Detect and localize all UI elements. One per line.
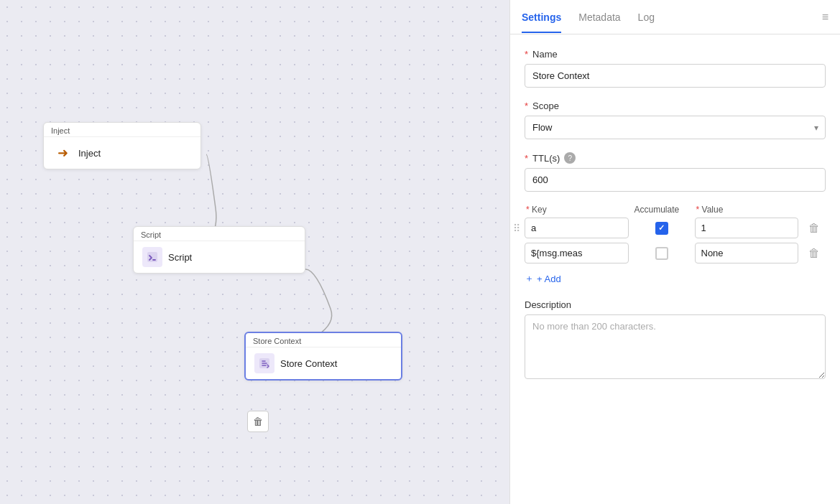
inject-node[interactable]: Inject ➜ Inject <box>43 122 201 169</box>
description-label: Description <box>525 299 826 310</box>
accumulate-col-header: Accumulate <box>633 205 691 215</box>
add-row-button[interactable]: ＋ + Add <box>525 271 561 286</box>
key-input-1[interactable] <box>525 218 629 238</box>
trash-icon: 🗑 <box>253 416 263 427</box>
inject-node-label: Inject <box>78 148 101 159</box>
store-context-node[interactable]: Store Context Store Context <box>244 332 402 381</box>
tab-metadata[interactable]: Metadata <box>578 1 620 33</box>
flow-canvas[interactable]: Inject ➜ Inject Script Script Store Cont… <box>0 0 509 504</box>
kv-row: ⠿ ✓ 🗑 <box>525 218 826 238</box>
scope-field-group: * Scope Flow Global Node ▾ <box>525 101 826 139</box>
tab-settings[interactable]: Settings <box>522 1 561 33</box>
ttl-label: * TTL(s) ? <box>525 152 826 164</box>
settings-panel: Settings Metadata Log ≡ * Name * Scope F… <box>509 0 840 504</box>
delete-row-2-button[interactable]: 🗑 <box>803 247 826 260</box>
check-icon: ✓ <box>658 223 665 233</box>
store-context-node-label: Store Context <box>280 358 338 369</box>
kv-row: 🗑 <box>525 243 826 263</box>
svg-rect-0 <box>147 252 157 262</box>
scope-select[interactable]: Flow Global Node <box>525 116 826 139</box>
value-input-2[interactable] <box>695 243 799 263</box>
scope-label: * Scope <box>525 101 826 111</box>
plus-icon: ＋ <box>525 272 534 285</box>
ttl-required-star: * <box>525 153 528 164</box>
name-label: * Name <box>525 49 826 60</box>
ttl-field-group: * TTL(s) ? <box>525 152 826 192</box>
panel-content: * Name * Scope Flow Global Node ▾ <box>510 34 840 504</box>
delete-node-button[interactable]: 🗑 <box>247 411 269 432</box>
description-field-group: Description <box>525 299 826 381</box>
script-icon <box>142 247 162 267</box>
script-node-label: Script <box>168 252 192 263</box>
name-input[interactable] <box>525 64 826 88</box>
ttl-help-icon[interactable]: ? <box>564 152 576 164</box>
panel-menu-icon[interactable]: ≡ <box>822 11 829 24</box>
accumulate-cell-2 <box>633 247 691 260</box>
inject-node-header: Inject <box>44 123 200 137</box>
tab-bar: Settings Metadata Log ≡ <box>510 0 840 34</box>
inject-icon: ➜ <box>52 143 73 163</box>
accumulate-checkbox-2[interactable] <box>655 247 668 260</box>
drag-handle-icon[interactable]: ⠿ <box>513 223 520 234</box>
name-field-group: * Name <box>525 49 826 88</box>
store-context-node-header: Store Context <box>246 333 401 347</box>
store-context-icon <box>254 353 274 373</box>
scope-select-wrap: Flow Global Node ▾ <box>525 116 826 139</box>
value-input-1[interactable] <box>695 218 799 238</box>
tab-log[interactable]: Log <box>638 1 655 33</box>
accumulate-checkbox-1[interactable]: ✓ <box>655 222 668 235</box>
accumulate-cell-1: ✓ <box>633 222 691 235</box>
value-col-header: Value <box>695 205 799 215</box>
delete-row-1-button[interactable]: 🗑 <box>803 222 826 235</box>
script-node[interactable]: Script Script <box>133 226 305 274</box>
key-input-2[interactable] <box>525 243 629 263</box>
kv-table: Key Accumulate Value ⠿ ✓ 🗑 <box>525 205 826 263</box>
key-col-header: Key <box>525 205 629 215</box>
description-textarea[interactable] <box>525 314 826 379</box>
ttl-input[interactable] <box>525 168 826 192</box>
script-node-header: Script <box>134 227 305 241</box>
name-required-star: * <box>525 49 528 60</box>
scope-required-star: * <box>525 101 528 111</box>
kv-header: Key Accumulate Value <box>525 205 826 215</box>
